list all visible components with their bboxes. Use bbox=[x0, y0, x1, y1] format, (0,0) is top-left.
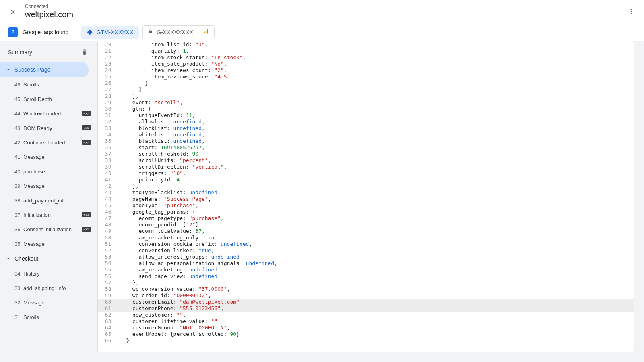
code-source[interactable]: google_tag_params: { bbox=[116, 209, 634, 215]
tag-pill-analytics-icon-button[interactable] bbox=[198, 26, 214, 39]
code-source[interactable]: priorityId: 4 bbox=[116, 177, 634, 183]
code-line: 63 customer_lifetime_value: "", bbox=[98, 318, 634, 325]
line-number: 50 bbox=[98, 234, 116, 241]
code-source[interactable]: whitelist: undefined, bbox=[116, 132, 634, 138]
code-source[interactable]: customerGroup: "NOT LOGGED IN", bbox=[116, 325, 634, 331]
sidebar-item-number: 43 bbox=[14, 125, 23, 131]
code-source[interactable]: tagTypeBlacklist: undefined, bbox=[116, 189, 634, 196]
code-source[interactable]: ecomm_prodid: ["2"], bbox=[116, 222, 634, 228]
sidebar-item[interactable]: 37Initialization</> bbox=[0, 208, 96, 222]
tag-pill-gtm[interactable]: GTM-XXXXXX bbox=[80, 26, 139, 39]
sidebar-item[interactable]: 40purchase bbox=[0, 164, 96, 179]
connection-block: Connected weltpixel.com bbox=[25, 4, 73, 19]
sidebar-item-number: 35 bbox=[14, 241, 23, 247]
code-source[interactable]: scrollDirection: "vertical", bbox=[116, 164, 634, 170]
sidebar-item[interactable]: 45Scroll Depth bbox=[0, 92, 96, 106]
code-line: 34 whitelist: undefined, bbox=[98, 132, 634, 138]
code-source[interactable]: allowlist: undefined, bbox=[116, 119, 634, 125]
code-source[interactable]: triggers: "10", bbox=[116, 170, 634, 177]
main-panel: 20 item_list_id: "3",21 quantity: 1,22 i… bbox=[96, 41, 644, 362]
code-scroll[interactable]: 20 item_list_id: "3",21 quantity: 1,22 i… bbox=[98, 41, 634, 352]
code-source[interactable]: item_reviews_count: "2", bbox=[116, 67, 634, 74]
code-source[interactable]: item_sale_product: "No", bbox=[116, 61, 634, 67]
code-badge-icon: </> bbox=[82, 125, 91, 130]
code-source[interactable]: allow_interest_groups: undefined, bbox=[116, 254, 634, 260]
tagbar: 2 Google tags found GTM-XXXXXX G-XXXXXXX… bbox=[0, 23, 644, 41]
code-source[interactable]: wp_order_id: "000000132", bbox=[116, 292, 634, 299]
sidebar-section-success-page[interactable]: Success Page bbox=[0, 62, 89, 77]
sidebar-item[interactable]: 35Message bbox=[0, 237, 96, 251]
code-source[interactable]: blacklist: undefined, bbox=[116, 138, 634, 144]
code-source[interactable]: ecomm_totalvalue: 37, bbox=[116, 228, 634, 234]
code-source[interactable]: }, bbox=[116, 280, 634, 286]
code-source[interactable]: }, bbox=[116, 183, 634, 189]
sidebar-item[interactable]: 46Scrolls bbox=[0, 77, 96, 92]
code-source[interactable]: scrollUnits: "percent", bbox=[116, 157, 634, 164]
code-source[interactable]: new_customer: "", bbox=[116, 312, 634, 318]
sidebar-item[interactable]: 42Container Loaded</> bbox=[0, 135, 96, 150]
code-source[interactable]: } bbox=[116, 80, 634, 86]
close-button[interactable] bbox=[7, 6, 19, 17]
sidebar-item[interactable]: 34History bbox=[0, 266, 96, 281]
sidebar-item[interactable]: 36Consent Initialization</> bbox=[0, 222, 96, 237]
line-number: 41 bbox=[98, 177, 116, 183]
code-source[interactable]: item_list_id: "3", bbox=[116, 41, 634, 48]
code-source[interactable]: start: 1691488526297, bbox=[116, 144, 634, 151]
clear-events-button[interactable] bbox=[80, 48, 89, 56]
code-source[interactable]: ] bbox=[116, 86, 634, 93]
code-source[interactable]: wp_conversion_value: "37.0000", bbox=[116, 286, 634, 292]
sidebar-item[interactable]: 33add_shipping_info bbox=[0, 281, 96, 295]
code-source[interactable]: item_reviews_score: "4.5" bbox=[116, 74, 634, 80]
code-source[interactable]: send_page_view: undefined bbox=[116, 273, 634, 280]
code-source[interactable]: } bbox=[116, 337, 634, 344]
sidebar[interactable]: Summary Success Page 46Scrolls45Scroll D… bbox=[0, 41, 96, 362]
caret-down-icon bbox=[5, 66, 12, 73]
sidebar-item[interactable]: 43DOM Ready</> bbox=[0, 121, 96, 135]
code-source[interactable]: customerEmail: "dan@weltpixel.com", bbox=[116, 299, 634, 305]
sidebar-item[interactable]: 38add_payment_info bbox=[0, 193, 96, 208]
sidebar-item-label: Scrolls bbox=[23, 82, 91, 88]
code-source[interactable]: eventModel: {percent_scrolled: 90} bbox=[116, 331, 634, 337]
line-number: 24 bbox=[98, 67, 116, 74]
sidebar-item[interactable]: 31Scrolls bbox=[0, 310, 96, 324]
code-source[interactable]: gtm: { bbox=[116, 106, 634, 112]
code-line: 43 tagTypeBlacklist: undefined, bbox=[98, 189, 634, 196]
code-source[interactable]: blocklist: undefined, bbox=[116, 125, 634, 132]
code-source[interactable]: conversion_linker: true, bbox=[116, 247, 634, 254]
sidebar-section-checkout[interactable]: Checkout bbox=[0, 251, 96, 266]
line-number: 38 bbox=[98, 157, 116, 164]
code-source[interactable]: event: "scroll", bbox=[116, 99, 634, 106]
sidebar-item-number: 39 bbox=[14, 183, 23, 189]
code-source[interactable]: pageType: "purchase", bbox=[116, 202, 634, 209]
code-source[interactable]: pageName: "Success Page", bbox=[116, 196, 634, 202]
code-source[interactable]: aw_remarketing_only: true, bbox=[116, 234, 634, 241]
code-line: 26 } bbox=[98, 80, 634, 86]
code-line: 42 }, bbox=[98, 183, 634, 189]
sidebar-item[interactable]: 32Message bbox=[0, 295, 96, 310]
code-source[interactable]: customer_lifetime_value: "", bbox=[116, 318, 634, 325]
code-line: 59 wp_order_id: "000000132", bbox=[98, 292, 634, 299]
sidebar-item[interactable]: 41Message bbox=[0, 150, 96, 164]
svg-point-1 bbox=[631, 11, 632, 12]
code-line: 46 google_tag_params: { bbox=[98, 209, 634, 215]
sidebar-summary-row[interactable]: Summary bbox=[0, 43, 96, 62]
code-source[interactable]: quantity: 1, bbox=[116, 48, 634, 54]
code-source[interactable]: }, bbox=[116, 93, 634, 99]
code-line: 21 quantity: 1, bbox=[98, 48, 634, 54]
code-source[interactable]: scrollThreshold: 90, bbox=[116, 151, 634, 157]
code-line: 60 customerEmail: "dan@weltpixel.com", bbox=[98, 299, 634, 305]
code-source[interactable]: uniqueEventId: 11, bbox=[116, 112, 634, 119]
code-source[interactable]: allow_ad_personalization_signals: undefi… bbox=[116, 260, 634, 267]
code-badge-icon: </> bbox=[82, 140, 91, 145]
more-menu-button[interactable] bbox=[625, 6, 637, 17]
sidebar-item-number: 34 bbox=[14, 271, 23, 277]
sidebar-item[interactable]: 44Window Loaded</> bbox=[0, 106, 96, 121]
code-line: 57 }, bbox=[98, 280, 634, 286]
code-source[interactable]: item_stock_status: "In stock", bbox=[116, 54, 634, 61]
code-source[interactable]: conversion_cookie_prefix: undefined, bbox=[116, 241, 634, 247]
code-source[interactable]: ecomm_pagetype: "purchase", bbox=[116, 215, 634, 222]
tag-pill-ga[interactable]: G-XXXXXXXX bbox=[143, 26, 198, 39]
code-source[interactable]: aw_remarketing: undefined, bbox=[116, 267, 634, 273]
code-source[interactable]: customerPhone: "555-0123456", bbox=[116, 305, 634, 312]
sidebar-item[interactable]: 39Message bbox=[0, 179, 96, 193]
